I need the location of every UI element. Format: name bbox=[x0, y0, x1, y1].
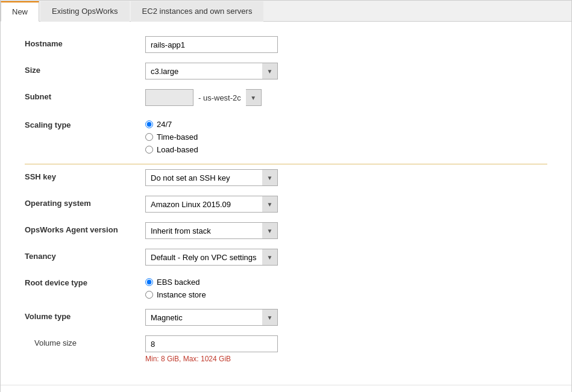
agent-select-wrapper: Inherit from stack ▼ bbox=[145, 222, 278, 239]
instance-store-label: Instance store bbox=[157, 290, 206, 299]
os-label: Operating system bbox=[25, 196, 145, 208]
ssh-key-select-wrapper: Do not set an SSH key ▼ bbox=[145, 169, 278, 186]
hostname-label: Hostname bbox=[25, 36, 145, 48]
scaling-247-label: 24/7 bbox=[157, 120, 172, 129]
dialog: New Existing OpsWorks EC2 instances and … bbox=[0, 0, 572, 392]
scaling-radio-group: 24/7 Time-based Load-based bbox=[145, 117, 547, 154]
scaling-247-option[interactable]: 24/7 bbox=[145, 120, 547, 129]
volume-type-select-wrapper: Magnetic SSD ▼ bbox=[145, 309, 278, 326]
instance-store-radio[interactable] bbox=[145, 291, 153, 299]
agent-label: OpsWorks Agent version bbox=[25, 222, 145, 234]
tenancy-control: Default - Rely on VPC settings ▼ bbox=[145, 249, 547, 266]
ssh-key-select[interactable]: Do not set an SSH key bbox=[145, 169, 278, 186]
root-device-control: EBS backed Instance store bbox=[145, 275, 547, 299]
subnet-arrow: ▼ bbox=[246, 89, 262, 106]
volume-size-control: Min: 8 GiB, Max: 1024 GiB bbox=[145, 335, 547, 363]
scaling-time-option[interactable]: Time-based bbox=[145, 132, 547, 142]
size-select[interactable]: c3.large t2.micro t2.small m3.medium bbox=[145, 63, 278, 79]
ebs-label: EBS backed bbox=[157, 278, 200, 287]
volume-size-row: Volume size Min: 8 GiB, Max: 1024 GiB bbox=[25, 335, 547, 363]
instance-store-option[interactable]: Instance store bbox=[145, 290, 547, 299]
ssh-key-label: SSH key bbox=[25, 169, 145, 181]
hostname-row: Hostname rails-app1 bbox=[25, 36, 547, 53]
volume-size-label: Volume size bbox=[25, 335, 145, 347]
volume-type-control: Magnetic SSD ▼ bbox=[145, 309, 547, 326]
subnet-select-wrapper: - us-west-2c ▼ bbox=[145, 89, 262, 106]
os-select[interactable]: Amazon Linux 2015.09 bbox=[145, 196, 278, 213]
scaling-control: 24/7 Time-based Load-based bbox=[145, 117, 547, 154]
agent-select[interactable]: Inherit from stack bbox=[145, 222, 278, 239]
tab-ec2-instances[interactable]: EC2 instances and own servers bbox=[131, 1, 264, 22]
hostname-control: rails-app1 bbox=[145, 36, 547, 53]
hostname-input[interactable]: rails-app1 bbox=[145, 36, 278, 53]
agent-row: OpsWorks Agent version Inherit from stac… bbox=[25, 222, 547, 239]
tenancy-label: Tenancy bbox=[25, 249, 145, 261]
tab-existing-opsworks[interactable]: Existing OpsWorks bbox=[40, 1, 130, 22]
volume-size-hint: Min: 8 GiB, Max: 1024 GiB bbox=[145, 355, 547, 363]
scaling-time-label: Time-based bbox=[157, 132, 198, 142]
tenancy-select-wrapper: Default - Rely on VPC settings ▼ bbox=[145, 249, 278, 266]
subnet-prefix bbox=[145, 89, 193, 106]
ebs-radio[interactable] bbox=[145, 278, 153, 286]
footer: Cancel Add Instance bbox=[1, 385, 571, 392]
scaling-load-option[interactable]: Load-based bbox=[145, 145, 547, 154]
ebs-option[interactable]: EBS backed bbox=[145, 278, 547, 287]
root-device-label: Root device type bbox=[25, 275, 145, 287]
subnet-text: - us-west-2c bbox=[193, 91, 246, 105]
tenancy-row: Tenancy Default - Rely on VPC settings ▼ bbox=[25, 249, 547, 266]
size-label: Size bbox=[25, 63, 145, 75]
scaling-247-radio[interactable] bbox=[145, 120, 153, 128]
scaling-row: Scaling type 24/7 Time-based Load-based bbox=[25, 117, 547, 154]
os-select-wrapper: Amazon Linux 2015.09 ▼ bbox=[145, 196, 278, 213]
root-device-radio-group: EBS backed Instance store bbox=[145, 275, 547, 299]
tabs-container: New Existing OpsWorks EC2 instances and … bbox=[1, 1, 571, 22]
subnet-row: Subnet - us-west-2c ▼ bbox=[25, 89, 547, 108]
ssh-key-row: SSH key Do not set an SSH key ▼ bbox=[25, 169, 547, 186]
tenancy-select[interactable]: Default - Rely on VPC settings bbox=[145, 249, 278, 266]
size-select-wrapper: c3.large t2.micro t2.small m3.medium ▼ bbox=[145, 63, 278, 79]
subnet-control: - us-west-2c ▼ bbox=[145, 89, 547, 108]
tab-new[interactable]: New bbox=[1, 1, 39, 22]
scaling-time-radio[interactable] bbox=[145, 133, 153, 141]
agent-control: Inherit from stack ▼ bbox=[145, 222, 547, 239]
volume-type-row: Volume type Magnetic SSD ▼ bbox=[25, 309, 547, 326]
scaling-load-label: Load-based bbox=[157, 145, 198, 154]
subnet-label: Subnet bbox=[25, 89, 145, 101]
root-device-row: Root device type EBS backed Instance sto… bbox=[25, 275, 547, 299]
volume-type-select[interactable]: Magnetic SSD bbox=[145, 309, 278, 326]
size-row: Size c3.large t2.micro t2.small m3.mediu… bbox=[25, 63, 547, 79]
ssh-key-control: Do not set an SSH key ▼ bbox=[145, 169, 547, 186]
volume-size-input[interactable] bbox=[145, 335, 278, 352]
scaling-load-radio[interactable] bbox=[145, 146, 153, 154]
volume-type-label: Volume type bbox=[25, 309, 145, 321]
scaling-label: Scaling type bbox=[25, 117, 145, 129]
form-area: Hostname rails-app1 Size c3.large t2.mic… bbox=[1, 22, 571, 385]
size-control: c3.large t2.micro t2.small m3.medium ▼ bbox=[145, 63, 547, 79]
os-control: Amazon Linux 2015.09 ▼ bbox=[145, 196, 547, 213]
os-row: Operating system Amazon Linux 2015.09 ▼ bbox=[25, 196, 547, 213]
